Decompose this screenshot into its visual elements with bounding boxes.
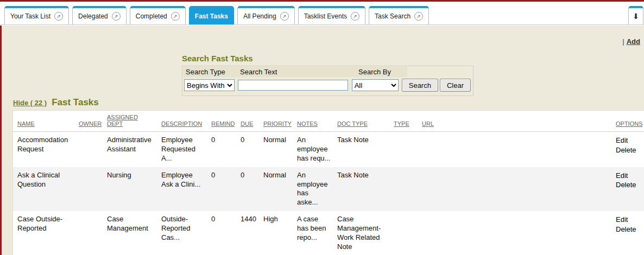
tab-label: Delegated <box>78 12 108 20</box>
column-header-owner[interactable]: OWNER <box>75 111 104 132</box>
doc-type-cell: Case Management-Work Related Note <box>334 211 390 255</box>
tab-overflow-button[interactable]: ⬇ <box>628 6 643 24</box>
tab-label: Task Search <box>375 12 411 20</box>
column-header-url[interactable]: URL <box>419 111 613 132</box>
search-button[interactable]: Search <box>402 79 438 92</box>
description-cell: Employee Requested A... <box>158 132 208 167</box>
delete-link[interactable]: Delete <box>616 225 641 234</box>
tab-label: Tasklist Events <box>304 12 347 20</box>
due-cell: 1440 <box>237 211 260 255</box>
tab-fast-tasks[interactable]: Fast Tasks <box>189 6 234 24</box>
remind-cell: 0 <box>208 132 237 167</box>
type-cell <box>390 167 419 212</box>
open-in-new-window-icon[interactable]: ↗ <box>54 12 63 21</box>
search-text-input[interactable] <box>238 80 348 91</box>
priority-cell: Normal <box>260 132 294 167</box>
assigned-dept-cell: Administrative Assistant <box>104 132 158 167</box>
clear-button[interactable]: Clear <box>440 79 471 92</box>
assigned-dept-cell: Nursing <box>104 167 158 212</box>
column-header-options[interactable]: OPTIONS <box>613 111 644 132</box>
content-area: |Add Search Fast Tasks Search Type Searc… <box>0 25 644 255</box>
column-header-priority[interactable]: PRIORITY <box>260 111 294 132</box>
column-header-type[interactable]: TYPE <box>390 111 419 132</box>
search-by-label: Search By <box>356 67 407 77</box>
separator: | <box>622 37 624 46</box>
search-form: Search Type Search Text Search By Begins… <box>182 66 473 96</box>
description-cell: Employee Ask a Clini... <box>158 167 208 212</box>
open-in-new-window-icon[interactable]: ↗ <box>171 12 180 21</box>
search-control-row: Begins With All Search Clear <box>183 77 472 94</box>
hide-link[interactable]: Hide ( 22 ) <box>13 99 47 107</box>
doc-type-cell: Task Note <box>334 132 390 167</box>
fast-tasks-table: NAME OWNER ASSIGNED DEPT DESCRIPTION REM… <box>12 110 644 255</box>
tab-task-search[interactable]: Task Search ↗ <box>369 6 429 24</box>
column-header-description[interactable]: DESCRIPTION <box>158 111 208 132</box>
edit-link[interactable]: Edit <box>616 215 641 225</box>
name-cell: Accommodation Request <box>13 132 75 167</box>
add-link[interactable]: Add <box>627 37 640 46</box>
priority-cell: Normal <box>260 167 294 212</box>
owner-cell <box>75 132 104 167</box>
name-cell: Ask a Clinical Question <box>13 167 75 212</box>
url-cell <box>419 211 613 255</box>
column-header-doc-type[interactable]: DOC TYPE <box>334 111 390 132</box>
table-row: Accommodation Request Administrative Ass… <box>13 132 644 167</box>
type-cell <box>390 132 419 167</box>
open-in-new-window-icon[interactable]: ↗ <box>280 12 289 21</box>
tab-bar: Your Task List ↗ Delegated ↗ Completed ↗… <box>0 2 644 25</box>
tab-your-task-list[interactable]: Your Task List ↗ <box>4 6 69 24</box>
search-label-row: Search Type Search Text Search By <box>183 67 472 77</box>
search-type-select[interactable]: Begins With <box>184 79 235 91</box>
column-header-assigned-dept[interactable]: ASSIGNED DEPT <box>104 111 158 132</box>
add-row: |Add <box>622 37 640 46</box>
options-cell: Edit Delete <box>613 211 644 255</box>
tab-tasklist-events[interactable]: Tasklist Events ↗ <box>298 6 365 24</box>
type-cell <box>390 211 419 255</box>
notes-cell: An employee has requ... <box>294 132 334 167</box>
delete-link[interactable]: Delete <box>616 180 641 190</box>
search-section: Search Fast Tasks Search Type Search Tex… <box>182 54 473 96</box>
owner-cell <box>75 211 104 255</box>
edit-link[interactable]: Edit <box>616 136 641 145</box>
priority-cell: High <box>260 211 294 255</box>
search-by-select[interactable]: All <box>352 79 399 91</box>
url-cell <box>419 132 613 167</box>
search-title: Search Fast Tasks <box>182 54 473 63</box>
tab-label: All Pending <box>243 12 276 20</box>
tab-label: Your Task List <box>10 12 50 20</box>
search-type-label: Search Type <box>183 67 237 77</box>
table-row: Ask a Clinical Question Nursing Employee… <box>13 167 644 212</box>
remind-cell: 0 <box>208 211 237 255</box>
delete-link[interactable]: Delete <box>616 145 641 155</box>
notes-cell: A case has been repo... <box>294 211 334 255</box>
open-in-new-window-icon[interactable]: ↗ <box>414 12 423 21</box>
table-header-row: NAME OWNER ASSIGNED DEPT DESCRIPTION REM… <box>13 111 644 132</box>
name-cell: Case Outside-Reported <box>13 211 75 255</box>
tab-all-pending[interactable]: All Pending ↗ <box>237 6 295 24</box>
table-row: Case Outside-Reported Case Management Ou… <box>13 211 644 255</box>
due-cell: 0 <box>237 132 260 167</box>
list-heading: Hide ( 22 ) Fast Tasks <box>13 97 99 108</box>
options-cell: Edit Delete <box>613 167 644 212</box>
tab-delegated[interactable]: Delegated ↗ <box>72 6 127 24</box>
options-cell: Edit Delete <box>613 132 644 167</box>
column-header-name[interactable]: NAME <box>13 111 75 132</box>
edit-link[interactable]: Edit <box>616 171 641 181</box>
open-in-new-window-icon[interactable]: ↗ <box>351 12 359 21</box>
notes-cell: An employee has aske... <box>294 167 334 212</box>
owner-cell <box>75 167 104 212</box>
description-cell: Outside-Reported Cas... <box>158 211 208 255</box>
column-header-remind[interactable]: REMIND <box>208 111 237 132</box>
tab-completed[interactable]: Completed ↗ <box>130 6 186 24</box>
open-in-new-window-icon[interactable]: ↗ <box>112 12 121 21</box>
column-header-notes[interactable]: NOTES <box>294 111 334 132</box>
down-arrow-icon: ⬇ <box>633 12 639 21</box>
doc-type-cell: Task Note <box>334 167 390 212</box>
tasklist-page: Your Task List ↗ Delegated ↗ Completed ↗… <box>0 0 644 255</box>
assigned-dept-cell: Case Management <box>104 211 158 255</box>
tab-label: Completed <box>136 12 167 20</box>
tab-label: Fast Tasks <box>195 12 228 20</box>
column-header-due[interactable]: DUE <box>237 111 260 132</box>
url-cell <box>419 167 613 212</box>
search-text-label: Search Text <box>237 67 356 77</box>
